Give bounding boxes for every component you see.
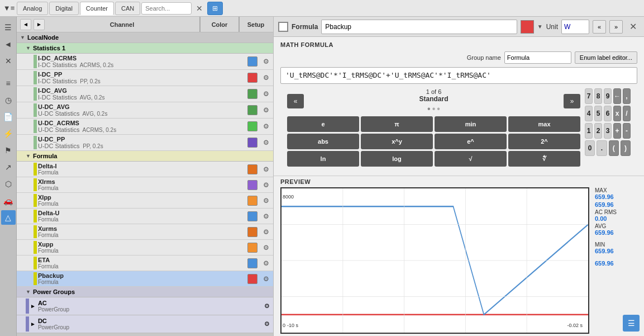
numpad-plus[interactable]: +	[613, 123, 621, 139]
gear-icon[interactable]: ⚙	[261, 56, 271, 67]
formula-header[interactable]: ▼ Formula	[17, 151, 273, 162]
color-swatch[interactable]	[247, 196, 257, 206]
calc-max-btn[interactable]: max	[508, 116, 580, 132]
clock-icon[interactable]: ◷	[1, 93, 16, 107]
calc-prev-page-btn[interactable]: «	[287, 94, 304, 108]
nodes-icon[interactable]: ⬡	[1, 177, 16, 191]
expand-dc-icon[interactable]: ►	[30, 321, 36, 327]
list-icon[interactable]: ≡	[1, 76, 16, 91]
tab-digital[interactable]: Digital	[49, 2, 79, 15]
numpad-comma[interactable]: ,	[623, 88, 631, 104]
calc-log-btn[interactable]: log	[361, 151, 433, 167]
nav-fwd-btn[interactable]: ►	[34, 19, 45, 30]
gear-icon[interactable]: ⚙	[261, 180, 271, 190]
tab-analog[interactable]: Analog	[17, 2, 48, 15]
tab-counter[interactable]: Counter	[80, 2, 114, 15]
menu-icon[interactable]: ☰	[1, 20, 16, 35]
gear-icon[interactable]: ⚙	[261, 164, 271, 174]
local-node-header[interactable]: ▼ LocalNode	[17, 32, 273, 43]
grid-view-icon[interactable]: ⊞	[207, 2, 223, 15]
numpad-backspace[interactable]: ←	[613, 88, 621, 104]
calc-next-page-btn[interactable]: »	[564, 94, 580, 108]
numpad-2[interactable]: 2	[594, 123, 602, 139]
power-groups-header[interactable]: ▼ Power Groups	[17, 287, 273, 297]
calc-min-btn[interactable]: min	[435, 116, 507, 132]
channel-list-toggle-btn[interactable]: ☰	[623, 315, 640, 332]
bolt-icon[interactable]: ⚡	[1, 126, 16, 141]
color-swatch[interactable]	[247, 121, 257, 131]
color-swatch[interactable]	[247, 227, 257, 237]
numpad-5[interactable]: 5	[594, 106, 602, 121]
gear-icon[interactable]: ⚙	[261, 121, 271, 131]
color-swatch[interactable]	[247, 274, 257, 284]
calc-2pow-btn[interactable]: 2^	[508, 134, 580, 149]
gear-icon[interactable]: ⚙	[261, 196, 271, 206]
close-small-icon[interactable]: ✕	[1, 54, 16, 68]
truck-icon[interactable]: 🚗	[1, 193, 16, 208]
gear-icon[interactable]: ⚙	[261, 243, 271, 253]
numpad-9[interactable]: 9	[604, 88, 612, 104]
statistics1-header[interactable]: ▼ Statistics 1	[17, 43, 273, 54]
close-icon[interactable]: ✕	[626, 20, 640, 34]
search-input[interactable]	[141, 2, 192, 15]
calc-fourthrt-btn[interactable]: ∜	[508, 151, 580, 167]
gear-icon[interactable]: ⚙	[261, 138, 271, 148]
numpad-4[interactable]: 4	[585, 106, 593, 121]
color-swatch[interactable]	[247, 243, 257, 253]
numpad-open-paren[interactable]: (	[609, 140, 619, 156]
numpad-divide[interactable]: /	[623, 106, 631, 121]
gear-icon[interactable]: ⚙	[261, 73, 271, 83]
numpad-8[interactable]: 8	[594, 88, 602, 104]
numpad-6[interactable]: 6	[604, 106, 612, 121]
ac-group-row[interactable]: ► AC PowerGroup ⚙	[17, 297, 273, 315]
dewe3-header[interactable]: ▼ DEWE3-PA8	[17, 333, 273, 336]
enum-label-editor-btn[interactable]: Enum label editor...	[575, 51, 637, 64]
nav-prev-btn[interactable]: «	[593, 20, 606, 34]
color-swatch[interactable]	[247, 258, 257, 268]
gear-icon[interactable]: ⚙	[261, 89, 271, 99]
arrow-left-icon[interactable]: ◄	[1, 37, 16, 51]
color-swatch[interactable]	[247, 73, 257, 83]
numpad-close-paren[interactable]: )	[621, 140, 631, 156]
clear-filter-icon[interactable]: ✕	[193, 2, 206, 15]
gear-icon[interactable]: ⚙	[264, 302, 270, 310]
color-dropdown-arrow[interactable]: ▼	[537, 23, 543, 30]
nav-back-btn[interactable]: ◄	[20, 19, 31, 30]
numpad-1[interactable]: 1	[585, 123, 593, 139]
color-swatch[interactable]	[247, 211, 257, 221]
document-icon[interactable]: 📄	[1, 110, 16, 124]
color-swatch[interactable]	[247, 105, 257, 115]
channel-name-input[interactable]	[321, 20, 517, 34]
calc-xpowy-btn[interactable]: x^y	[361, 134, 433, 149]
color-swatch[interactable]	[247, 164, 257, 174]
color-swatch[interactable]	[247, 138, 257, 148]
color-swatch[interactable]	[247, 56, 257, 67]
calc-sqrt-btn[interactable]: √	[435, 151, 507, 167]
numpad-dot[interactable]: .	[597, 140, 607, 156]
dc-group-row[interactable]: ► DC PowerGroup ⚙	[17, 315, 273, 333]
calc-pi-btn[interactable]: π	[361, 116, 433, 132]
triangle-icon[interactable]: △	[1, 210, 16, 225]
color-swatch[interactable]	[247, 89, 257, 99]
gear-icon[interactable]: ⚙	[261, 105, 271, 115]
gear-icon[interactable]: ⚙	[261, 274, 271, 284]
unit-input[interactable]	[561, 20, 589, 34]
calc-ln-btn[interactable]: ln	[287, 151, 359, 167]
numpad-minus[interactable]: -	[623, 123, 631, 139]
filter-icon[interactable]: ▼≡	[2, 2, 16, 15]
numpad-multiply[interactable]: x	[613, 106, 621, 121]
calc-epow-btn[interactable]: e^	[435, 134, 507, 149]
gear-icon[interactable]: ⚙	[261, 258, 271, 268]
gear-icon[interactable]: ⚙	[261, 227, 271, 237]
numpad-3[interactable]: 3	[604, 123, 612, 139]
tab-can[interactable]: CAN	[115, 2, 140, 15]
color-swatch[interactable]	[247, 180, 257, 190]
group-name-input[interactable]	[504, 51, 571, 64]
formula-checkbox[interactable]	[278, 22, 288, 32]
numpad-7[interactable]: 7	[585, 88, 593, 104]
gear-icon[interactable]: ⚙	[264, 320, 270, 328]
channel-color-swatch[interactable]	[521, 20, 534, 34]
flag-icon[interactable]: ⚑	[1, 143, 16, 158]
expand-ac-icon[interactable]: ►	[30, 303, 36, 309]
gear-icon[interactable]: ⚙	[261, 211, 271, 221]
